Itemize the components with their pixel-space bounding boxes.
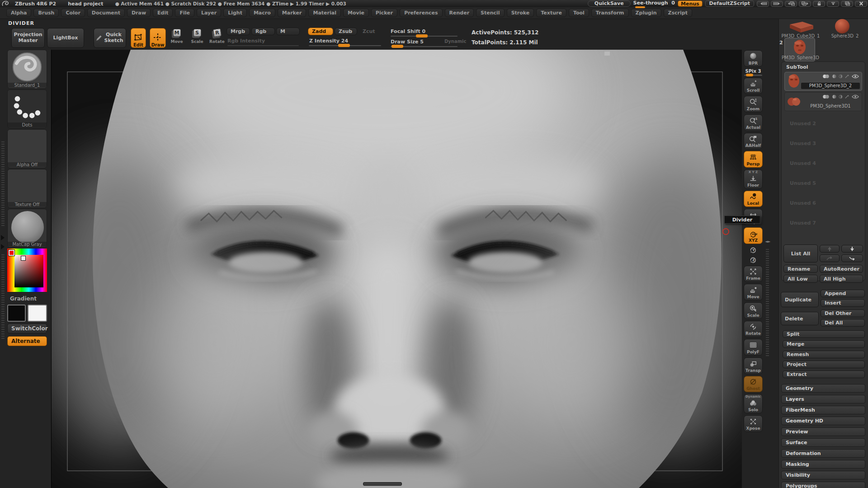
current-alpha-tile[interactable]: Alpha Off [7, 129, 47, 168]
stripes-right-icon[interactable] [771, 1, 783, 7]
shade-toggle-icon[interactable] [832, 94, 836, 99]
delete-button[interactable]: Delete [781, 312, 819, 325]
tool-item-label[interactable]: Sphere3D_2 [824, 33, 866, 38]
m-button[interactable]: M [276, 28, 300, 35]
insert-button[interactable]: Insert [821, 299, 865, 307]
zadd-button[interactable]: Zadd [308, 28, 333, 35]
rename-button[interactable]: Rename [783, 265, 818, 273]
tool-item-label-selected[interactable]: PM3D_Sphere3D_ [781, 55, 822, 60]
see-through-nub[interactable] [635, 6, 645, 8]
shelf-scale-button[interactable]: Scale [744, 302, 763, 319]
contrast-toggle-icon[interactable] [839, 74, 843, 79]
shelf-zoom-button[interactable]: Zoom [744, 96, 763, 113]
z-intensity-slider[interactable]: Z Intensity 24 [309, 38, 348, 44]
mrgb-button[interactable]: Mrgb [226, 28, 250, 35]
polypaint-toggle-icon[interactable] [822, 94, 830, 99]
main-color-swatch[interactable] [9, 250, 14, 256]
subtool-row[interactable]: PM3D_Sphere3D1 [784, 92, 862, 111]
shelf-persp-button[interactable]: Persp [744, 151, 763, 168]
section-surface[interactable]: Surface [781, 438, 865, 447]
duplicate-button[interactable]: Duplicate [781, 292, 819, 307]
subtool-unused-slot[interactable]: Unused 6 [790, 200, 816, 206]
menu-stroke[interactable]: Stroke [507, 9, 534, 17]
stripes-left-icon[interactable] [757, 1, 769, 7]
alternate-button[interactable]: Alternate [7, 336, 47, 346]
current-material-tile[interactable]: MatCap Gray [7, 209, 47, 248]
all-high-button[interactable]: All High [820, 275, 863, 283]
menu-edit[interactable]: Edit [153, 9, 173, 17]
remesh-button[interactable]: Remesh [783, 351, 865, 358]
right-divider-strip[interactable] [766, 248, 769, 356]
shelf-ghost-button[interactable]: Ghost [744, 376, 763, 393]
menu-layer[interactable]: Layer [197, 9, 221, 17]
current-stroke-tile[interactable]: Dots [7, 89, 47, 128]
menu-picker[interactable]: Picker [371, 9, 397, 17]
paintbrush-toggle-icon[interactable] [845, 94, 849, 99]
sv-square[interactable] [14, 255, 43, 287]
autoreorder-button[interactable]: AutoReorder [820, 265, 863, 273]
edit-mode-button[interactable]: Edit [131, 28, 146, 48]
move-up-button[interactable] [820, 245, 840, 253]
minimize-icon[interactable] [827, 1, 839, 7]
quicksave-button[interactable]: QuickSave [588, 0, 631, 7]
move-down-button[interactable] [841, 245, 863, 253]
draw-size-slider[interactable]: Draw Size 5 [391, 39, 424, 45]
subtool-unused-slot[interactable]: Unused 2 [790, 121, 816, 127]
switch-color-button[interactable]: SwitchColor [7, 324, 47, 333]
focal-shift-slider[interactable]: Focal Shift 0 [391, 28, 425, 34]
section-preview[interactable]: Preview [781, 427, 865, 436]
default-zscript-button[interactable]: DefaultZScript [705, 0, 754, 7]
horizontal-scrollbar-thumb[interactable] [363, 482, 402, 486]
close-icon[interactable] [855, 1, 867, 7]
left-divider-strip2[interactable] [1, 253, 5, 339]
lock-icon[interactable] [813, 1, 825, 7]
subtool-unused-slot[interactable]: Unused 3 [790, 141, 816, 146]
left-divider-strip[interactable] [1, 140, 5, 226]
menu-tool[interactable]: Tool [569, 9, 589, 17]
tool-thumb-sphere3d[interactable] [832, 18, 852, 34]
draw-mode-button[interactable]: Draw [150, 28, 166, 48]
win-left-icon[interactable] [785, 1, 797, 7]
z-intensity-nub[interactable] [338, 44, 350, 47]
color-picker[interactable] [7, 249, 47, 292]
subtool-unused-slot[interactable]: Unused 7 [790, 220, 816, 226]
spix-slider[interactable]: SPix 3 [744, 69, 763, 76]
menu-material[interactable]: Material [308, 9, 340, 17]
shelf-frame-button[interactable]: Frame [744, 266, 763, 282]
shelf-xyz-button[interactable]: xyzXYZ [744, 227, 763, 244]
menu-draw[interactable]: Draw [127, 9, 151, 17]
shelf-roty-button[interactable]: Y [744, 246, 763, 254]
merge-button[interactable]: Merge [783, 340, 865, 348]
section-layers[interactable]: Layers [781, 395, 865, 404]
menu-brush[interactable]: Brush [33, 9, 59, 17]
del-other-button[interactable]: Del Other [821, 310, 865, 317]
all-low-button[interactable]: All Low [783, 275, 818, 283]
extract-button[interactable]: Extract [783, 371, 865, 378]
section-polygroups[interactable]: Polygroups [781, 482, 865, 488]
shelf-rotz-button[interactable]: Z [744, 256, 763, 264]
current-texture-tile[interactable]: Texture Off [7, 169, 47, 208]
tool-thumb-pm3d-cube[interactable] [785, 19, 817, 33]
section-masking[interactable]: Masking [781, 460, 865, 469]
menus-toggle-button[interactable]: Menus [678, 0, 703, 7]
subtool-unused-slot[interactable]: Unused 5 [790, 180, 816, 186]
shelf-move-button[interactable]: Move [744, 284, 763, 300]
shelf-xpose-button[interactable]: Xpose [744, 415, 763, 432]
section-deformation[interactable]: Deformation [781, 449, 865, 458]
shelf-rotate-button[interactable]: Rotate [744, 321, 763, 338]
split-button[interactable]: Split [783, 330, 865, 338]
restore-icon[interactable] [841, 1, 853, 7]
menu-file[interactable]: File [175, 9, 194, 17]
spix-nub[interactable] [746, 74, 753, 76]
scale-mode-button[interactable]: S Scale [189, 27, 205, 47]
menu-texture[interactable]: Texture [536, 9, 566, 17]
del-all-button[interactable]: Del All [821, 319, 865, 327]
win-right-icon[interactable] [799, 1, 811, 7]
document-canvas[interactable] [51, 50, 742, 488]
shift-down-button[interactable] [841, 254, 863, 262]
secondary-color-swatch[interactable] [28, 305, 47, 322]
menu-marker[interactable]: Marker [278, 9, 307, 17]
subtool-header[interactable]: SubTool [786, 64, 808, 70]
spix-track[interactable] [744, 75, 762, 76]
shelf-floor-button[interactable]: X Y ZFloor [744, 169, 763, 189]
